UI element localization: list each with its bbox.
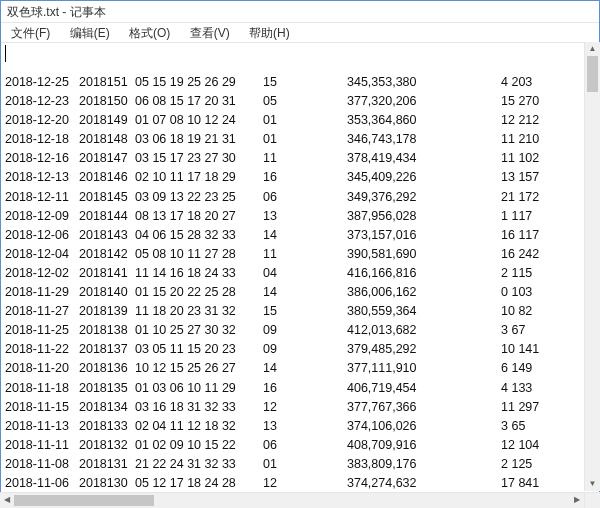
col-value: 345,409,226 xyxy=(347,168,431,187)
col-numbers: 21 22 24 31 32 33 xyxy=(135,455,263,474)
menu-help[interactable]: 帮助(H) xyxy=(241,23,298,43)
col-date: 2018-12-23 xyxy=(5,92,79,111)
col-value: 374,106,026 xyxy=(347,417,431,436)
col-date: 2018-11-08 xyxy=(5,455,79,474)
scroll-right-arrow-icon[interactable]: ▶ xyxy=(570,493,584,508)
col-date: 2018-12-06 xyxy=(5,226,79,245)
text-line: 2018-12-09201814408 13 17 18 20 2713387,… xyxy=(5,207,599,226)
col-tail: 21 172 xyxy=(501,188,551,207)
col-tail: 1 117 xyxy=(501,207,551,226)
col-value: 390,581,690 xyxy=(347,245,431,264)
menu-format[interactable]: 格式(O) xyxy=(121,23,178,43)
vertical-scrollbar-thumb[interactable] xyxy=(587,56,598,92)
text-line: 2018-11-29201814001 15 20 22 25 2814386,… xyxy=(5,283,599,302)
col-date: 2018-11-15 xyxy=(5,398,79,417)
col-value: 406,719,454 xyxy=(347,379,431,398)
col-numbers: 05 15 19 25 26 29 xyxy=(135,73,263,92)
text-line: 2018-11-25201813801 10 25 27 30 3209412,… xyxy=(5,321,599,340)
col-id: 2018137 xyxy=(79,340,135,359)
text-line: 2018-12-20201814901 07 08 10 12 2401353,… xyxy=(5,111,599,130)
text-caret xyxy=(5,45,6,62)
col-value: 349,376,292 xyxy=(347,188,431,207)
col-value: 374,274,632 xyxy=(347,474,431,493)
col-bonus: 16 xyxy=(263,379,287,398)
col-bonus: 06 xyxy=(263,188,287,207)
text-line: 2018-12-18201814803 06 18 19 21 3101346,… xyxy=(5,130,599,149)
col-tail: 13 157 xyxy=(501,168,551,187)
text-line: 2018-11-15201813403 16 18 31 32 3312377,… xyxy=(5,398,599,417)
col-id: 2018136 xyxy=(79,359,135,378)
col-id: 2018142 xyxy=(79,245,135,264)
col-numbers: 05 08 10 11 27 28 xyxy=(135,245,263,264)
col-bonus: 05 xyxy=(263,92,287,111)
text-line: 2018-11-20201813610 12 15 25 26 2714377,… xyxy=(5,359,599,378)
col-id: 2018144 xyxy=(79,207,135,226)
col-value: 345,353,380 xyxy=(347,73,431,92)
col-date: 2018-11-18 xyxy=(5,379,79,398)
col-numbers: 03 05 11 15 20 23 xyxy=(135,340,263,359)
col-date: 2018-12-13 xyxy=(5,168,79,187)
scroll-up-arrow-icon[interactable]: ▲ xyxy=(585,42,600,56)
col-numbers: 03 06 18 19 21 31 xyxy=(135,130,263,149)
text-line: 2018-12-04201814205 08 10 11 27 2811390,… xyxy=(5,245,599,264)
col-value: 386,006,162 xyxy=(347,283,431,302)
text-area[interactable]: 2018-12-25201815105 15 19 25 26 2915345,… xyxy=(1,43,599,507)
menu-edit[interactable]: 编辑(E) xyxy=(62,23,118,43)
col-id: 2018132 xyxy=(79,436,135,455)
col-id: 2018143 xyxy=(79,226,135,245)
text-line: 2018-11-08201813121 22 24 31 32 3301383,… xyxy=(5,455,599,474)
col-id: 2018149 xyxy=(79,111,135,130)
col-bonus: 11 xyxy=(263,245,287,264)
col-bonus: 14 xyxy=(263,359,287,378)
col-tail: 3 65 xyxy=(501,417,551,436)
col-id: 2018148 xyxy=(79,130,135,149)
col-value: 408,709,916 xyxy=(347,436,431,455)
menu-file[interactable]: 文件(F) xyxy=(3,23,58,43)
col-id: 2018138 xyxy=(79,321,135,340)
col-bonus: 12 xyxy=(263,474,287,493)
horizontal-scrollbar[interactable]: ◀ ▶ xyxy=(0,492,584,508)
col-date: 2018-12-11 xyxy=(5,188,79,207)
vertical-scrollbar[interactable]: ▲ ▼ xyxy=(584,42,600,491)
col-id: 2018131 xyxy=(79,455,135,474)
text-line: 2018-11-13201813302 04 11 12 18 3213374,… xyxy=(5,417,599,436)
col-id: 2018147 xyxy=(79,149,135,168)
col-date: 2018-12-04 xyxy=(5,245,79,264)
col-tail: 4 203 xyxy=(501,73,551,92)
col-date: 2018-11-29 xyxy=(5,283,79,302)
text-line: 2018-11-06201813005 12 17 18 24 2812374,… xyxy=(5,474,599,493)
col-numbers: 01 07 08 10 12 24 xyxy=(135,111,263,130)
text-line: 2018-12-11201814503 09 13 22 23 2506349,… xyxy=(5,188,599,207)
col-value: 383,809,176 xyxy=(347,455,431,474)
col-numbers: 05 12 17 18 24 28 xyxy=(135,474,263,493)
col-tail: 12 212 xyxy=(501,111,551,130)
col-tail: 2 125 xyxy=(501,455,551,474)
col-date: 2018-12-09 xyxy=(5,207,79,226)
col-date: 2018-12-20 xyxy=(5,111,79,130)
col-value: 353,364,860 xyxy=(347,111,431,130)
col-value: 416,166,816 xyxy=(347,264,431,283)
col-bonus: 09 xyxy=(263,321,287,340)
col-bonus: 15 xyxy=(263,302,287,321)
col-value: 380,559,364 xyxy=(347,302,431,321)
col-numbers: 01 02 09 10 15 22 xyxy=(135,436,263,455)
col-id: 2018140 xyxy=(79,283,135,302)
col-value: 377,111,910 xyxy=(347,359,431,378)
text-line: 2018-12-06201814304 06 15 28 32 3314373,… xyxy=(5,226,599,245)
scrollbar-corner xyxy=(584,492,600,508)
col-id: 2018141 xyxy=(79,264,135,283)
col-date: 2018-11-27 xyxy=(5,302,79,321)
col-numbers: 02 04 11 12 18 32 xyxy=(135,417,263,436)
scroll-down-arrow-icon[interactable]: ▼ xyxy=(585,477,600,491)
col-tail: 0 103 xyxy=(501,283,551,302)
col-bonus: 01 xyxy=(263,130,287,149)
col-id: 2018146 xyxy=(79,168,135,187)
col-numbers: 01 03 06 10 11 29 xyxy=(135,379,263,398)
col-bonus: 14 xyxy=(263,226,287,245)
col-numbers: 01 10 25 27 30 32 xyxy=(135,321,263,340)
horizontal-scrollbar-thumb[interactable] xyxy=(14,495,154,506)
col-date: 2018-11-25 xyxy=(5,321,79,340)
menu-view[interactable]: 查看(V) xyxy=(182,23,238,43)
col-numbers: 02 10 11 17 18 29 xyxy=(135,168,263,187)
scroll-left-arrow-icon[interactable]: ◀ xyxy=(0,493,14,508)
